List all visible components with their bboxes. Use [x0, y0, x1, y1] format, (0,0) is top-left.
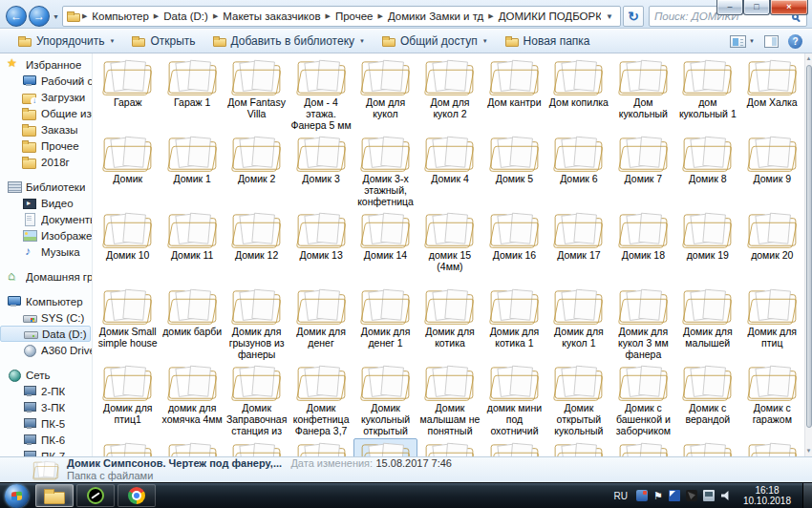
- scroll-down-icon[interactable]: ▼: [805, 446, 812, 456]
- scrollbar-thumb[interactable]: [806, 65, 812, 428]
- folder-item[interactable]: Дом Халка: [740, 56, 804, 133]
- folder-item-partial[interactable]: [288, 438, 353, 456]
- folder-item[interactable]: Дом для кукол 2: [417, 56, 481, 133]
- action-center-flag-icon[interactable]: ⚑: [653, 490, 663, 501]
- back-button[interactable]: ←: [6, 6, 27, 27]
- folder-item[interactable]: Домик для денег: [288, 286, 353, 362]
- sidebar-item[interactable]: Сеть: [0, 367, 92, 383]
- sidebar-item[interactable]: Документы: [0, 211, 92, 227]
- start-button[interactable]: [5, 484, 29, 508]
- folder-item[interactable]: Домик кукольный открытый: [353, 362, 417, 438]
- folder-item[interactable]: Домик открытый кукольный: [546, 362, 610, 438]
- sidebar-item[interactable]: Избранное: [0, 56, 92, 73]
- preview-pane-button[interactable]: [764, 35, 779, 48]
- folder-item[interactable]: Домик Заправочная станция из фанеры: [224, 362, 288, 438]
- folder-item[interactable]: Домик 3: [288, 133, 353, 209]
- sidebar-item[interactable]: Data (D:): [0, 326, 91, 342]
- folder-item[interactable]: Домик 7: [611, 133, 675, 209]
- folder-item[interactable]: Дом - 4 этажа. Фанера 5 мм: [288, 56, 353, 133]
- folder-item[interactable]: Домик для кукол 3 мм фанера: [611, 286, 675, 362]
- folder-item[interactable]: Домик 13: [288, 209, 353, 286]
- taskbar-explorer-button[interactable]: [35, 484, 74, 507]
- folder-item[interactable]: Дом кантри: [482, 56, 546, 133]
- minimize-button[interactable]: –: [716, 0, 743, 15]
- folder-item[interactable]: Домик для птиц: [740, 286, 804, 362]
- folder-item[interactable]: Домик конфетница Фанера 3,7 мм: [288, 362, 353, 438]
- folder-item[interactable]: Домик 9: [740, 133, 804, 209]
- taskbar-chrome-button[interactable]: [118, 484, 156, 507]
- sidebar-item[interactable]: ПК-6: [0, 432, 92, 448]
- address-bar[interactable]: ▶ Компьютер ▶ Data (D:) ▶ Макеты заказчи…: [62, 6, 621, 27]
- sidebar-item[interactable]: Общие изображения: [0, 105, 92, 121]
- folder-item[interactable]: Домик для денег 1: [353, 286, 417, 362]
- folder-item-partial[interactable]: [353, 438, 417, 456]
- folder-item[interactable]: Дом кукольный: [611, 56, 675, 133]
- taskbar-app-button[interactable]: [76, 484, 115, 507]
- tray-app-icon[interactable]: [636, 490, 648, 501]
- folder-item-partial[interactable]: [417, 438, 481, 456]
- breadcrumb-item[interactable]: Data (D:): [160, 9, 211, 24]
- sidebar-item[interactable]: [0, 170, 92, 179]
- folder-item[interactable]: Домик для кукол 1: [546, 286, 610, 362]
- toolbar-button[interactable]: Открыть ▼: [123, 32, 203, 51]
- sidebar-item[interactable]: Рабочий стол: [0, 73, 92, 89]
- tray-app-icon[interactable]: [669, 490, 680, 501]
- folder-item[interactable]: Дом для кукол: [353, 56, 417, 133]
- folder-item[interactable]: Домик для грызунов из фанеры: [224, 286, 288, 362]
- folder-item[interactable]: Домик 8: [675, 133, 739, 209]
- breadcrumb-item[interactable]: Домики Замки и тд: [385, 9, 486, 24]
- folder-item[interactable]: домик барби: [160, 286, 224, 362]
- sidebar-item[interactable]: ПК-7: [0, 448, 92, 456]
- sidebar-item[interactable]: 2-ПК: [0, 383, 92, 399]
- folder-item[interactable]: Домик 14: [353, 209, 417, 286]
- folder-item[interactable]: Домик для котика 1: [482, 286, 546, 362]
- folder-item-partial[interactable]: [482, 438, 546, 456]
- folder-item[interactable]: Домик 4: [417, 133, 481, 209]
- sidebar-item[interactable]: [0, 285, 92, 293]
- sidebar-item[interactable]: Библиотеки: [0, 179, 92, 195]
- toolbar-button[interactable]: Добавить в библиотеку ▼: [204, 32, 374, 51]
- views-button[interactable]: ▼: [730, 35, 755, 48]
- sidebar-item[interactable]: SYS (C:): [0, 309, 92, 326]
- sidebar-item[interactable]: Изображения: [0, 227, 92, 243]
- folder-item[interactable]: Домик с башенкой и заборчиком: [611, 362, 675, 438]
- refresh-button[interactable]: ↻: [623, 6, 644, 27]
- folder-item[interactable]: домик 19: [675, 209, 739, 286]
- toolbar-button[interactable]: Общий доступ ▼: [374, 32, 497, 51]
- folder-item[interactable]: Домик 12: [224, 209, 288, 286]
- sidebar-item[interactable]: ПК-5: [0, 415, 92, 432]
- forward-button[interactable]: →: [29, 6, 50, 27]
- folder-item[interactable]: Домик 3-х этажный, конфетница: [353, 133, 417, 209]
- folder-item-partial[interactable]: [675, 438, 739, 456]
- toolbar-button[interactable]: Упорядочить ▼: [10, 32, 123, 51]
- breadcrumb-item[interactable]: Прочее: [332, 9, 376, 24]
- folder-item[interactable]: Домик с верандой: [675, 362, 739, 438]
- folder-item[interactable]: Домик 1: [160, 133, 224, 209]
- volume-icon[interactable]: [720, 490, 732, 501]
- folder-item[interactable]: Домик: [96, 133, 160, 209]
- folder-item[interactable]: домик 15 (4мм): [417, 209, 481, 286]
- language-indicator[interactable]: RU: [611, 489, 630, 503]
- folder-item[interactable]: домик 20: [740, 209, 804, 286]
- folder-item-partial[interactable]: [740, 438, 804, 456]
- toolbar-button[interactable]: Новая папка ▼: [497, 32, 599, 51]
- folder-item[interactable]: Дом копилка: [546, 56, 610, 133]
- folder-item[interactable]: Дом Fantasy Villa: [224, 56, 288, 133]
- folder-item[interactable]: домик мини под охотничий: [482, 362, 546, 438]
- sidebar-item[interactable]: Видео: [0, 195, 92, 211]
- breadcrumb-item[interactable]: ДОМИКИ ПОДБОРКА: [496, 9, 601, 24]
- recent-pages-dropdown-icon[interactable]: ▼: [53, 13, 59, 20]
- sidebar-item[interactable]: Прочее: [0, 138, 92, 154]
- folder-item-partial[interactable]: [611, 438, 675, 456]
- folder-item[interactable]: Домик 5: [482, 133, 546, 209]
- tray-app-icon[interactable]: [686, 490, 697, 501]
- folder-item[interactable]: Домик 6: [546, 133, 610, 209]
- sidebar-item[interactable]: [0, 260, 92, 268]
- help-button[interactable]: ?: [788, 34, 802, 49]
- vertical-scrollbar[interactable]: ▲ ▼: [804, 53, 812, 456]
- folder-item[interactable]: Домик с гаражом: [740, 362, 804, 438]
- folder-item-partial[interactable]: [160, 438, 224, 456]
- sidebar-item[interactable]: 3-ПК: [0, 399, 92, 415]
- address-dropdown-icon[interactable]: ▼: [601, 12, 618, 21]
- folder-item[interactable]: Домик для птиц1: [96, 362, 160, 438]
